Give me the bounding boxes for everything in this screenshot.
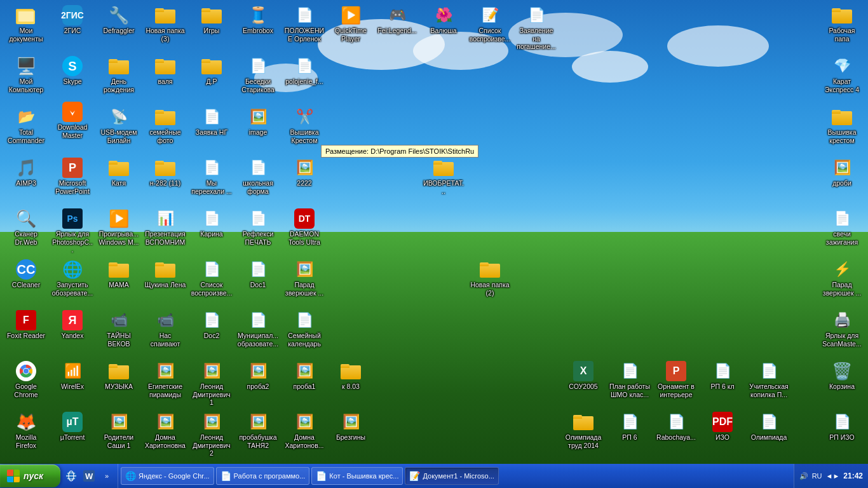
icon-rabochaya-papa[interactable]: Рабочая папа: [819, 3, 865, 44]
icon-foxit-reader[interactable]: F Foxit Reader: [3, 308, 49, 342]
icon-svechi[interactable]: 📄 свечи зажигания: [819, 207, 865, 248]
icon-ivobretat[interactable]: ИВОБРЕТАТ...: [421, 156, 466, 197]
task-word[interactable]: 📝 Документ1 - Microso...: [405, 467, 498, 485]
icon-media-player[interactable]: ▶️ Проигрыва... Windows M...: [96, 207, 142, 248]
icon-2222[interactable]: 🖼️ 2222: [281, 156, 327, 189]
quick-arrow-icon[interactable]: »: [98, 468, 115, 484]
icon-leonid-1[interactable]: 🖼️ Леонид Дмитриевич 1: [189, 359, 234, 409]
icon-korzina[interactable]: 🗑️ Корзина: [819, 359, 865, 393]
icon-valya[interactable]: валя: [142, 54, 188, 88]
icon-parad-zveryushek-r[interactable]: ⚡ Парад зверюшек ...: [819, 257, 865, 299]
icon-playlist-1[interactable]: 📝 Список воспроизве...: [467, 3, 513, 44]
icon-my-documents[interactable]: Мои документы: [3, 3, 49, 44]
icon-valyusha[interactable]: 🌺 Валюша: [421, 3, 466, 37]
quick-ie-icon[interactable]: [63, 468, 79, 484]
icon-my-pereehali[interactable]: 📄 Мы переехали ...: [189, 156, 234, 197]
icon-vyshivka-krestom-r[interactable]: Вышивка крестом: [819, 105, 865, 146]
icon-shukina-lena[interactable]: Щукина Лена: [142, 257, 188, 291]
icon-refleksi[interactable]: 📄 Рефлекси ПЕЧАТЬ: [235, 207, 281, 248]
icon-egipet[interactable]: 🖼️ Египетские пирамиды: [142, 359, 188, 400]
icon-rp6[interactable]: 📄 РП 6: [607, 410, 653, 444]
icon-polojenie-f[interactable]: 📄 polojenie_f...: [281, 54, 327, 88]
icon-parad-zveryushek-1[interactable]: 🖼️ Парад зверюшек ...: [281, 257, 327, 299]
icon-muzyka[interactable]: МУЗЫКА: [96, 359, 142, 393]
icon-zayavka-ng[interactable]: 📄 Заявка НГ: [189, 105, 234, 139]
icon-scanner-drweb[interactable]: 🔍 Сканер Dr.Web: [3, 207, 49, 248]
icon-my-computer[interactable]: 🖥️ Мой Компьютер: [3, 54, 49, 95]
icon-embrobox[interactable]: 🧵 Embrobox: [235, 3, 281, 37]
icon-ccleaner[interactable]: CC CCleaner: [3, 257, 49, 291]
icon-den-rozhdeniya[interactable]: День рождения: [96, 54, 142, 95]
icon-probabushka[interactable]: 🖼️ пробабушка ТАНЯ2: [235, 410, 281, 451]
icon-besedki[interactable]: 📄 Беседки Старикова: [235, 54, 281, 95]
icon-yandex[interactable]: Я Yandex: [50, 308, 95, 342]
icon-leonid-2[interactable]: 🖼️ Леонид Дмитриевич 2: [189, 410, 234, 459]
icon-izo-pdf[interactable]: PDF ИЗО: [700, 410, 745, 444]
icon-proba2[interactable]: 🖼️ проба2: [235, 359, 281, 393]
icon-zayavlenie[interactable]: 📄 Заявление на погашение...: [513, 3, 559, 53]
icon-2gis[interactable]: 2ГИС 2ГИС: [50, 3, 95, 37]
icon-new-folder-3[interactable]: Новая папка (3): [142, 3, 188, 44]
icon-defraggler[interactable]: 🔧 Defraggler: [96, 3, 142, 37]
icon-karina[interactable]: 📄 Карина: [189, 207, 234, 240]
icon-mama[interactable]: МАМА: [96, 257, 142, 291]
icon-uchitelskaya-kopilka[interactable]: 📄 Учительская копилка П...: [746, 359, 792, 400]
icon-scanmaster-shortcut[interactable]: 🖨️ Ярлык для ScanMaste...: [819, 308, 865, 349]
icon-proba1[interactable]: 🖼️ проба1: [281, 359, 327, 393]
icon-ornament[interactable]: P Орнамент в интерьере: [653, 359, 699, 400]
icon-download-master[interactable]: Download Master: [50, 100, 95, 141]
icon-total-commander[interactable]: 📂 Total Commander: [3, 105, 49, 146]
icon-vyshivka-krestom[interactable]: ✂️ Вышивка Крестом: [281, 105, 327, 146]
icon-utorrent[interactable]: µT µTorrent: [50, 410, 95, 444]
icon-roditeli-sashi[interactable]: 🖼️ Родители Саши 1: [96, 410, 142, 451]
icon-playlist-2[interactable]: 📄 Список воспроизве...: [189, 257, 234, 299]
icon-school-forma[interactable]: 📄 школьная форма: [235, 156, 281, 197]
tray-network-icon[interactable]: 🔊: [799, 472, 808, 480]
icon-rabochaya[interactable]: 📄 Rabochaya...: [653, 410, 699, 444]
icon-polojenie[interactable]: 📄 ПОЛОЖЕНИЕ Орленок: [281, 3, 327, 44]
icon-quicktime[interactable]: ▶️ QuickTime Player: [328, 3, 374, 44]
task-yandex[interactable]: 🌐 Яндекс - Google Chr...: [121, 467, 214, 485]
icon-doc2[interactable]: 📄 Doc2: [189, 308, 234, 342]
icon-brezginy[interactable]: 🖼️ Брезгины: [328, 410, 374, 444]
icon-karat[interactable]: 💎 Карат Экспресс 4: [819, 54, 865, 95]
icon-usb-modem[interactable]: 📡 USB-модем Билайн: [96, 105, 142, 146]
start-button[interactable]: пуск: [0, 464, 60, 487]
icon-olimpiada-trud[interactable]: Олимпиада труд 2014: [560, 410, 606, 451]
icon-dr[interactable]: Д.Р: [189, 54, 234, 88]
icon-municipal[interactable]: 📄 Муниципал... образовате...: [235, 308, 281, 349]
icon-powerpoint[interactable]: P Microsoft PowerPoint: [50, 156, 95, 197]
icon-fei-legend[interactable]: 🎮 Fei:Legend...: [374, 3, 420, 37]
icon-semejnye-foto[interactable]: семейные фото: [142, 105, 188, 146]
icon-aimp3[interactable]: 🎵 AIMP3: [3, 156, 49, 189]
icon-games[interactable]: Игры: [189, 3, 234, 37]
task-kot[interactable]: 📄 Кот - Вышивка крес...: [311, 467, 403, 485]
icon-olimpiada-doc[interactable]: 📄 Олимпиада: [746, 410, 792, 444]
quick-word-icon[interactable]: W: [81, 468, 97, 484]
icon-google-chrome[interactable]: Google Chrome: [3, 359, 49, 400]
icon-doc1[interactable]: 📄 Doc1: [235, 257, 281, 291]
task-rabota[interactable]: 📄 Работа с программо...: [216, 467, 310, 485]
icon-ie[interactable]: 🌐 Запустить обозревате...: [50, 257, 95, 299]
icon-rp-izo[interactable]: 📄 РП ИЗО: [819, 410, 865, 444]
icon-photoshop-shortcut[interactable]: Ps Ярлык для PhotoshopC...: [50, 207, 95, 256]
icon-image[interactable]: 🖼️ image: [235, 105, 281, 139]
icon-mozilla-firefox[interactable]: 🦊 Mozilla Firefox: [3, 410, 49, 451]
icon-sou2005[interactable]: X СОУ2005: [560, 359, 606, 393]
icon-semejny-calendar[interactable]: 📄 Семейный календарь: [281, 308, 327, 349]
icon-drobi[interactable]: 🖼️ дроби: [819, 156, 865, 189]
icon-plan-raboty[interactable]: 📄 План работы ШМО клас...: [607, 359, 653, 400]
icon-wirelex[interactable]: 📶 WirelEx: [50, 359, 95, 393]
icon-nas-spaivaut[interactable]: 📹 Нас спаивают: [142, 308, 188, 349]
tray-arrows[interactable]: ◄►: [826, 472, 840, 480]
icon-daemon-tools[interactable]: DT DAEMON Tools Ultra: [281, 207, 327, 248]
icon-n282[interactable]: н-282 (11): [142, 156, 188, 189]
icon-katya[interactable]: Катя: [96, 156, 142, 189]
icon-tajny-vekov[interactable]: 📹 ТАЙНЫ ВЕКОВ: [96, 308, 142, 349]
icon-skype[interactable]: S Skype: [50, 54, 95, 88]
tray-lang[interactable]: RU: [812, 472, 822, 480]
icon-rp6-kl[interactable]: 📄 РП 6 кл: [700, 359, 745, 393]
icon-k803[interactable]: к 8.03: [328, 359, 374, 393]
icon-presentation[interactable]: 📊 Презентация ВСПОМНИМ: [142, 207, 188, 248]
icon-donna-2[interactable]: 🖼️ Домна Харитонов...: [281, 410, 327, 451]
